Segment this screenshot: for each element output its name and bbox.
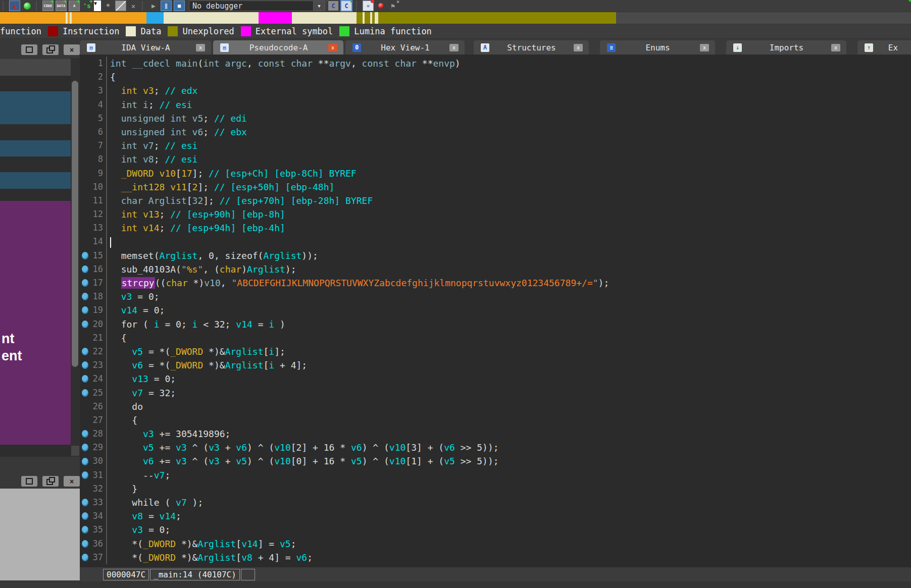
line-marker-dot[interactable] xyxy=(82,279,88,287)
left-panel-row[interactable] xyxy=(0,445,71,457)
code-line[interactable]: 3 int v3; // edx xyxy=(80,84,911,97)
code-text[interactable]: v7 = 32; xyxy=(106,386,911,400)
code-line[interactable]: 28 v3 += 305419896; xyxy=(80,427,911,441)
navband-segment[interactable] xyxy=(146,12,164,24)
left-panel-row[interactable] xyxy=(0,140,71,156)
code-text[interactable]: } xyxy=(106,482,911,496)
code-line[interactable]: 10 __int128 v11[2]; // [esp+50h] [ebp-48… xyxy=(80,180,911,194)
left-panel-row[interactable] xyxy=(0,91,71,124)
pseudocode-view[interactable]: 1int __cdecl main(int argc, const char *… xyxy=(80,55,911,567)
code-line[interactable]: 5 unsigned int v5; // edi xyxy=(80,112,911,125)
code-line[interactable]: 35 v3 = 0; xyxy=(80,523,911,537)
code-text[interactable]: __int128 v11[2]; // [esp+50h] [ebp-48h] xyxy=(106,180,911,194)
tab-pseudocode-a[interactable]: ▤Pseudocode-Ax xyxy=(213,40,343,55)
code-line[interactable]: 29 v5 += v3 ^ (v3 + v6) ^ (v10[2] + 16 *… xyxy=(80,441,911,454)
tab-close-icon[interactable]: x xyxy=(449,44,459,51)
left-panel-row[interactable] xyxy=(0,59,71,76)
debugger-pause-icon[interactable]: ‖ xyxy=(161,1,172,11)
navband-segment[interactable] xyxy=(365,12,370,24)
tab-ida-view-a[interactable]: ▤IDA View-Ax xyxy=(80,40,211,55)
code-text[interactable]: v6 += v3 ^ (v3 + v5) ^ (v10[0] + 16 * v5… xyxy=(106,454,911,468)
code-line[interactable]: 4 int i; // esi xyxy=(80,98,911,112)
code-text[interactable]: while ( v7 ); xyxy=(106,496,911,509)
code-text[interactable]: _DWORD v10[17]; // [esp+Ch] [ebp-8Ch] BY… xyxy=(106,167,911,180)
line-marker-dot[interactable] xyxy=(82,293,88,300)
code-line[interactable]: 30 v6 += v3 ^ (v3 + v5) ^ (v10[0] + 16 *… xyxy=(80,454,911,468)
code-text[interactable]: v5 += v3 ^ (v3 + v6) ^ (v10[2] + 16 * v6… xyxy=(106,441,911,454)
code-line[interactable]: 12 int v13; // [esp+90h] [ebp-8h] xyxy=(80,207,911,221)
code-line[interactable]: 25 v7 = 32; xyxy=(80,386,911,400)
float-button[interactable] xyxy=(42,476,59,487)
dropdown-caret-icon[interactable]: ▼ xyxy=(94,1,101,11)
problems-icon[interactable]: ▲ xyxy=(9,1,20,11)
navigation-band[interactable] xyxy=(0,12,911,24)
gutter[interactable] xyxy=(80,458,90,465)
code-text[interactable]: int v7; // esi xyxy=(106,139,911,152)
code-text[interactable]: unsigned int v6; // ebx xyxy=(106,125,911,139)
navband-segment[interactable] xyxy=(375,12,378,24)
line-marker-dot[interactable] xyxy=(82,444,88,451)
code-text[interactable]: v8 = v14; xyxy=(106,509,911,523)
gutter[interactable] xyxy=(80,265,90,273)
debugger-play-icon[interactable]: ▶ xyxy=(148,1,159,11)
gutter[interactable] xyxy=(80,389,90,397)
gutter[interactable] xyxy=(80,306,90,314)
gutter[interactable] xyxy=(80,348,90,355)
make-unknown-icon[interactable]: * xyxy=(103,1,113,11)
code-line[interactable]: 18 v3 = 0; xyxy=(80,290,911,303)
add-breakpoint-icon[interactable] xyxy=(376,1,386,11)
code-line[interactable]: 2{ xyxy=(80,70,911,84)
line-marker-dot[interactable] xyxy=(82,526,88,533)
code-line[interactable]: 24 v13 = 0; xyxy=(80,372,911,386)
make-data-icon[interactable]: DATA xyxy=(56,1,67,11)
code-line[interactable]: 37 *(_DWORD *)&Arglist[v8 + 4] = v6; xyxy=(80,551,911,564)
gutter[interactable] xyxy=(80,512,90,520)
code-text[interactable]: memset(Arglist, 0, sizeof(Arglist)); xyxy=(106,249,911,262)
close-button[interactable]: × xyxy=(64,476,80,487)
gutter[interactable] xyxy=(80,430,90,438)
line-marker-dot[interactable] xyxy=(82,389,88,397)
breakpoint-list-icon[interactable]: ≡ xyxy=(363,1,374,11)
gutter[interactable] xyxy=(80,499,90,506)
code-text[interactable]: int v14; // [esp+94h] [ebp-4h] xyxy=(106,221,911,235)
code-line[interactable]: 31 --v7; xyxy=(80,468,911,482)
navband-segment[interactable] xyxy=(357,12,363,24)
gutter[interactable] xyxy=(80,444,90,451)
code-text[interactable]: { xyxy=(106,70,911,84)
navband-segment[interactable] xyxy=(292,12,357,24)
navband-segment[interactable] xyxy=(378,12,616,24)
code-text[interactable]: { xyxy=(106,331,911,345)
code-text[interactable]: int v3; // edx xyxy=(106,84,911,97)
status-sphere-icon[interactable] xyxy=(22,1,32,11)
line-marker-dot[interactable] xyxy=(82,458,88,465)
line-marker-dot[interactable] xyxy=(82,265,88,273)
code-text[interactable]: *(_DWORD *)&Arglist[v14] = v5; xyxy=(106,537,911,551)
left-panel-row[interactable] xyxy=(0,156,71,172)
minimize-button[interactable] xyxy=(21,476,37,487)
code-text[interactable]: sub_40103A("%s", (char)Arglist); xyxy=(106,262,911,276)
code-line[interactable]: 17 strcpy((char *)v10, "ABCDEFGHIJKLMNOP… xyxy=(80,276,911,290)
code-text[interactable]: { xyxy=(106,413,911,427)
code-line[interactable]: 23 v6 = *(_DWORD *)&Arglist[i + 4]; xyxy=(80,358,911,372)
gutter[interactable] xyxy=(80,279,90,287)
code-line[interactable]: 19 v14 = 0; xyxy=(80,303,911,317)
navband-segment[interactable] xyxy=(0,12,66,24)
code-text[interactable]: char Arglist[32]; // [esp+70h] [ebp-28h]… xyxy=(106,194,911,207)
code-text[interactable]: v3 = 0; xyxy=(106,523,911,537)
close-button[interactable]: × xyxy=(64,44,80,55)
line-marker-dot[interactable] xyxy=(82,430,88,438)
line-marker-dot[interactable] xyxy=(82,320,88,328)
code-text[interactable]: unsigned int v5; // edi xyxy=(106,112,911,125)
line-marker-dot[interactable] xyxy=(82,499,88,506)
tab-close-icon[interactable]: x xyxy=(831,44,840,51)
tab-close-icon[interactable]: x xyxy=(196,44,205,51)
continue-process-icon[interactable]: C xyxy=(340,0,352,12)
code-line[interactable]: 7 int v7; // esi xyxy=(80,139,911,152)
code-text[interactable]: v6 = *(_DWORD *)&Arglist[i + 4]; xyxy=(106,358,911,372)
code-text[interactable]: do xyxy=(106,400,911,413)
code-text[interactable]: v3 += 305419896; xyxy=(106,427,911,441)
line-marker-dot[interactable] xyxy=(82,512,88,520)
code-text[interactable]: int v13; // [esp+90h] [ebp-8h] xyxy=(106,207,911,221)
line-marker-dot[interactable] xyxy=(82,348,88,355)
code-line[interactable]: 16 sub_40103A("%s", (char)Arglist); xyxy=(80,262,911,276)
